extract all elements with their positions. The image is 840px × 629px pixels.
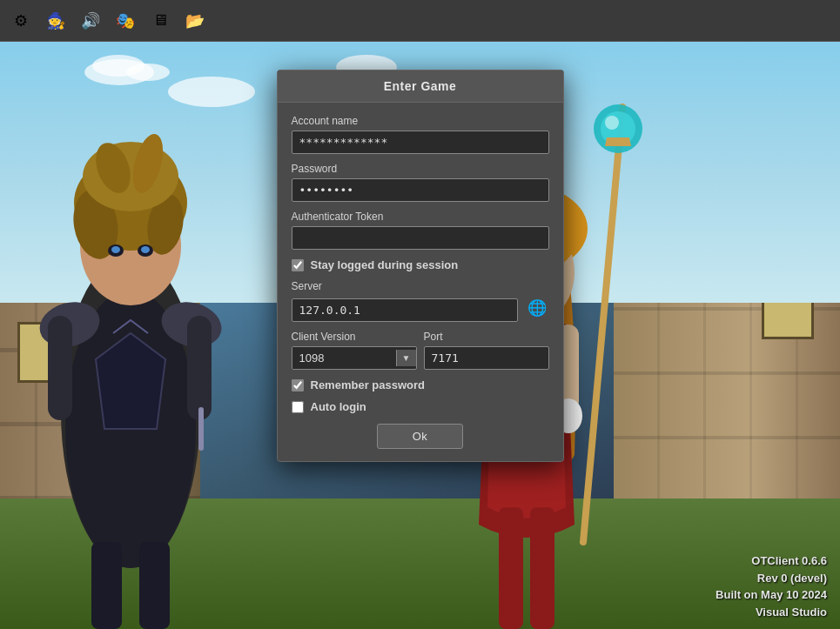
account-name-group: Account name <box>292 115 549 154</box>
remember-section: Remember password Auto login <box>292 378 549 413</box>
server-label: Server <box>292 280 549 292</box>
port-label: Port <box>424 331 549 343</box>
remember-password-label[interactable]: Remember password <box>311 378 426 391</box>
auto-login-checkbox[interactable] <box>292 401 304 413</box>
password-group: Password <box>292 163 549 202</box>
server-input[interactable] <box>292 298 518 322</box>
globe-icon[interactable]: 🌐 <box>525 296 549 320</box>
account-name-input[interactable] <box>292 130 549 154</box>
auto-login-label[interactable]: Auto login <box>311 400 366 413</box>
password-label: Password <box>292 163 549 175</box>
svg-rect-40 <box>499 507 523 629</box>
settings-icon[interactable]: ⚙ <box>9 9 33 33</box>
version-select-wrap: 1098 1097 1100 ▼ <box>292 346 417 370</box>
authenticator-label: Authenticator Token <box>292 211 549 223</box>
version-select-arrow[interactable]: ▼ <box>396 350 416 366</box>
account-name-label: Account name <box>292 115 549 127</box>
server-input-wrap <box>292 298 518 322</box>
svg-point-17 <box>111 246 120 253</box>
port-group: Port <box>424 331 549 370</box>
svg-rect-4 <box>48 316 72 420</box>
authenticator-group: Authenticator Token <box>292 211 549 250</box>
remember-password-checkbox[interactable] <box>292 379 304 391</box>
svg-rect-5 <box>187 316 212 420</box>
server-group: Server 🌐 <box>292 280 549 322</box>
enter-game-dialog: Enter Game Account name Password Authent… <box>277 70 564 462</box>
character-icon[interactable]: 🧙 <box>44 9 68 33</box>
version-group: Client Version 1098 1097 1100 ▼ <box>292 331 417 370</box>
version-select[interactable]: 1098 1097 1100 <box>292 347 396 369</box>
svg-rect-20 <box>139 542 170 629</box>
dialog-title: Enter Game <box>278 70 563 103</box>
svg-point-18 <box>141 246 150 253</box>
version-port-row: Client Version 1098 1097 1100 ▼ Port <box>292 331 549 370</box>
port-input[interactable] <box>424 346 549 370</box>
mask-icon[interactable]: 🎭 <box>113 9 138 33</box>
password-input[interactable] <box>292 178 549 202</box>
sound-icon[interactable]: 🔊 <box>78 9 103 33</box>
auto-login-row: Auto login <box>292 400 549 413</box>
folder-icon[interactable]: 📂 <box>183 9 207 33</box>
svg-rect-19 <box>91 542 122 629</box>
svg-rect-6 <box>198 407 204 451</box>
taskbar: ⚙ 🧙 🔊 🎭 🖥 📂 <box>0 0 840 42</box>
svg-line-21 <box>583 107 622 542</box>
stay-logged-label[interactable]: Stay logged during session <box>311 258 459 271</box>
svg-point-24 <box>605 116 619 130</box>
stay-logged-row: Stay logged during session <box>292 258 549 271</box>
version-label: Client Version <box>292 331 417 343</box>
ok-button[interactable]: Ok <box>377 424 464 449</box>
ok-btn-row: Ok <box>292 424 549 449</box>
authenticator-input[interactable] <box>292 226 549 250</box>
stay-logged-checkbox[interactable] <box>292 259 304 271</box>
window-icon[interactable]: 🖥 <box>148 9 172 33</box>
server-row: 🌐 <box>292 296 549 322</box>
svg-rect-41 <box>530 507 554 629</box>
remember-password-row: Remember password <box>292 378 549 391</box>
